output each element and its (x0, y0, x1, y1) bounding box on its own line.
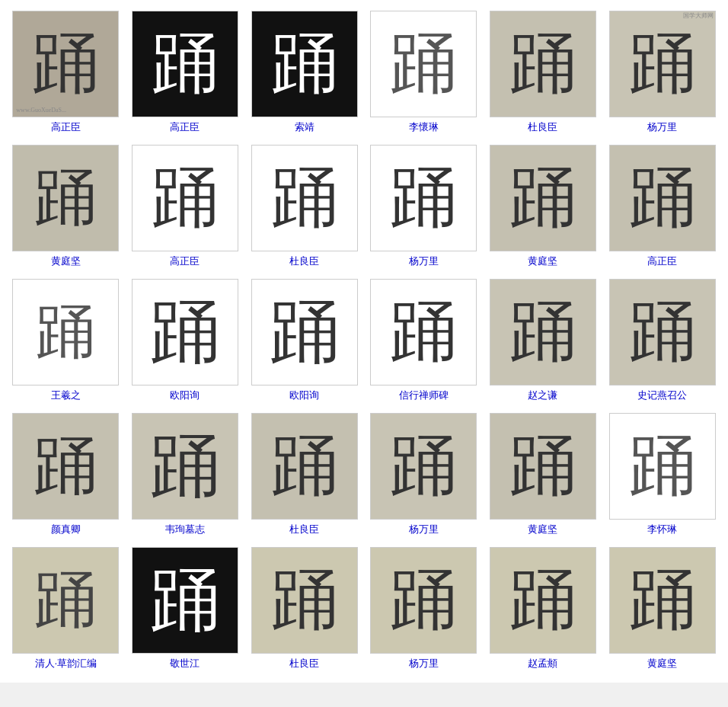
cell-3-1[interactable]: 踊 王羲之 (6, 274, 126, 408)
char-image: 踊 (251, 279, 358, 385)
char-image: 踊 (609, 279, 716, 385)
char-label: 杜良臣 (289, 523, 319, 536)
char-image: 踊 (132, 145, 238, 251)
char-image: 踊 (490, 279, 596, 385)
cell-2-4[interactable]: 踊 杨万里 (364, 140, 484, 274)
char-label: 王羲之 (51, 389, 81, 402)
cell-4-1[interactable]: 踊 颜真卿 (6, 408, 126, 542)
cell-1-4[interactable]: 踊 李懷琳 (364, 6, 484, 140)
char-label: 李怀琳 (647, 523, 677, 536)
char-image: 踊 (132, 547, 238, 654)
char-image: 踊 (12, 547, 119, 654)
char-label: 欧阳询 (170, 389, 200, 402)
cell-5-3[interactable]: 踊 杜良臣 (244, 542, 364, 677)
char-label: 史记燕召公 (637, 389, 687, 402)
char-label: 杨万里 (409, 254, 439, 268)
char-image: 踊 (132, 279, 238, 385)
char-label: 高正臣 (647, 254, 677, 268)
character-grid: 踊 www.GuoXueDaS... 高正臣 踊 高正臣 踊 索靖 踊 李懷琳 … (0, 0, 728, 683)
char-image: 踊 (251, 145, 358, 251)
cell-2-2[interactable]: 踊 高正臣 (126, 140, 245, 274)
cell-2-3[interactable]: 踊 杜良臣 (244, 140, 364, 274)
cell-4-2[interactable]: 踊 韦珣墓志 (126, 408, 245, 542)
char-label: 欧阳询 (289, 389, 319, 402)
char-label: 赵孟頫 (528, 657, 557, 670)
cell-1-1[interactable]: 踊 www.GuoXueDaS... 高正臣 (6, 6, 126, 140)
char-image: 踊 (132, 413, 238, 520)
char-image: 踊 (609, 547, 716, 654)
cell-4-3[interactable]: 踊 杜良臣 (244, 408, 364, 542)
char-image: 踊 (251, 547, 358, 654)
char-label: 颜真卿 (51, 523, 81, 536)
char-image: 踊 (12, 413, 119, 520)
char-image: 踊 (12, 279, 119, 385)
char-label: 黄庭坚 (528, 523, 557, 536)
char-image: 踊 (490, 11, 596, 117)
cell-1-5[interactable]: 踊 杜良臣 (484, 6, 603, 140)
char-label: 杨万里 (409, 523, 439, 536)
char-label: 敬世江 (170, 657, 200, 670)
char-image: 踊 国学大师网 (609, 11, 716, 117)
cell-5-4[interactable]: 踊 杨万里 (364, 542, 484, 677)
char-image: 踊 (370, 11, 477, 117)
char-label: 黄庭坚 (647, 657, 677, 670)
cell-5-2[interactable]: 踊 敬世江 (126, 542, 245, 677)
char-image: 踊 (12, 145, 119, 251)
char-image: 踊 (370, 413, 477, 520)
cell-3-3[interactable]: 踊 欧阳询 (244, 274, 364, 408)
char-image: 踊 (251, 11, 358, 117)
char-image: 踊 (370, 145, 477, 251)
char-image: 踊 (370, 279, 477, 385)
cell-1-2[interactable]: 踊 高正臣 (126, 6, 245, 140)
cell-3-6[interactable]: 踊 史记燕召公 (602, 274, 722, 408)
char-image: 踊 www.GuoXueDaS... (12, 11, 119, 117)
char-image: 踊 (132, 11, 238, 117)
cell-4-5[interactable]: 踊 黄庭坚 (484, 408, 603, 542)
char-label: 杜良臣 (289, 254, 319, 268)
char-label: 黄庭坚 (528, 254, 557, 268)
cell-3-5[interactable]: 踊 赵之谦 (484, 274, 603, 408)
char-label: 李懷琳 (409, 120, 439, 134)
cell-2-5[interactable]: 踊 黄庭坚 (484, 140, 603, 274)
char-label: 杜良臣 (528, 120, 557, 134)
cell-2-1[interactable]: 踊 黄庭坚 (6, 140, 126, 274)
cell-3-4[interactable]: 踊 信行禅师碑 (364, 274, 484, 408)
cell-3-2[interactable]: 踊 欧阳询 (126, 274, 245, 408)
char-image: 踊 (490, 145, 596, 251)
char-image: 踊 (251, 413, 358, 520)
char-label: 高正臣 (170, 120, 200, 134)
cell-4-4[interactable]: 踊 杨万里 (364, 408, 484, 542)
cell-2-6[interactable]: 踊 高正臣 (602, 140, 722, 274)
char-label: 杜良臣 (289, 657, 319, 670)
char-image: 踊 (370, 547, 477, 654)
cell-1-3[interactable]: 踊 索靖 (244, 6, 364, 140)
char-image: 踊 (609, 145, 716, 251)
char-label: 高正臣 (51, 120, 81, 134)
char-label: 黄庭坚 (51, 254, 81, 268)
cell-5-6[interactable]: 踊 黄庭坚 (602, 542, 722, 677)
char-label: 索靖 (295, 120, 315, 134)
cell-5-1[interactable]: 踊 清人·草韵汇编 (6, 542, 126, 677)
char-label: 高正臣 (170, 254, 200, 268)
char-image: 踊 (609, 413, 716, 520)
char-label: 韦珣墓志 (165, 523, 205, 536)
cell-4-6[interactable]: 踊 李怀琳 (602, 408, 722, 542)
char-label: 杨万里 (647, 120, 677, 134)
char-label: 清人·草韵汇编 (35, 657, 97, 670)
cell-5-5[interactable]: 踊 赵孟頫 (484, 542, 603, 677)
char-label: 信行禅师碑 (399, 389, 449, 402)
char-image: 踊 (490, 413, 596, 520)
char-label: 赵之谦 (528, 389, 557, 402)
cell-1-6[interactable]: 踊 国学大师网 杨万里 (602, 6, 722, 140)
char-label: 杨万里 (409, 657, 439, 670)
char-image: 踊 (490, 547, 596, 654)
